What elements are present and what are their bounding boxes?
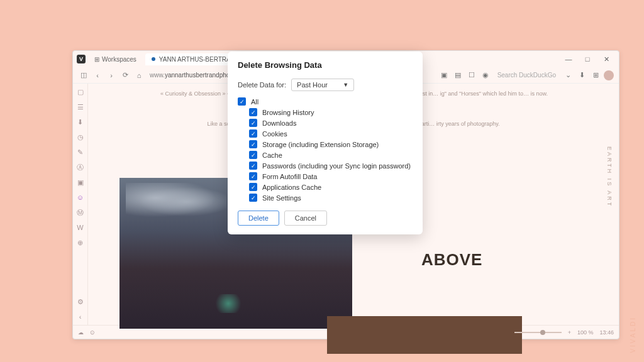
dialog-title: Delete Browsing Data	[238, 60, 413, 70]
collapse-panel-icon[interactable]: ‹	[76, 312, 85, 321]
dropdown-icon[interactable]: ⌄	[562, 70, 574, 81]
cancel-button[interactable]: Cancel	[284, 211, 327, 226]
notes-panel-icon[interactable]: ✎	[76, 148, 85, 156]
home-button[interactable]: ⌂	[133, 70, 145, 81]
vertical-heading: EARTH IS ART	[606, 146, 613, 207]
delete-browsing-data-dialog: Delete Browsing Data Delete Data for: Pa…	[228, 52, 423, 234]
checkbox-cache[interactable]: Cache	[249, 151, 413, 159]
checkbox-label: Applications Cache	[262, 184, 321, 191]
checkbox-box[interactable]	[249, 151, 257, 159]
block-icon[interactable]: ▣	[438, 70, 450, 81]
checkbox-storage[interactable]: Storage (including Extension Storage)	[249, 140, 413, 148]
checkbox-box[interactable]	[249, 108, 257, 116]
checkbox-box[interactable]	[249, 129, 257, 138]
translate-panel-icon[interactable]: Ⓐ	[76, 163, 85, 172]
close-window-button[interactable]: ✕	[597, 53, 615, 65]
reader-icon[interactable]: ▤	[452, 70, 464, 81]
forward-button[interactable]: ›	[106, 70, 117, 81]
clock-time: 13:46	[599, 329, 614, 336]
checkbox-label: Downloads	[262, 119, 296, 127]
zoom-thumb[interactable]	[540, 330, 545, 335]
feed-panel-icon[interactable]: Ⓜ	[76, 208, 85, 217]
downloads-panel-icon[interactable]: ⬇	[76, 118, 85, 126]
sync-status-icon[interactable]: ☁	[78, 329, 84, 336]
history-panel-icon[interactable]: ◷	[76, 133, 85, 141]
window-controls: — □ ✕	[560, 53, 615, 65]
checkbox-cookies[interactable]: Cookies	[249, 129, 413, 138]
maximize-button[interactable]: □	[579, 53, 596, 65]
checkbox-label: Site Settings	[262, 194, 301, 202]
add-panel-icon[interactable]: ⊕	[76, 238, 85, 247]
zoom-value: 100 %	[577, 329, 594, 336]
chevron-down-icon: ▼	[343, 82, 348, 88]
chat-panel-icon[interactable]: ☺	[76, 193, 85, 202]
workspaces-label: Workspaces	[102, 56, 136, 63]
checkbox-passwords[interactable]: Passwords (including your Sync login pas…	[249, 162, 413, 170]
checkbox-label: Cache	[262, 151, 282, 159]
download-icon[interactable]: ⬇	[576, 70, 587, 81]
vivaldi-logo[interactable]: V	[77, 55, 86, 63]
vivaldi-watermark: VIVALDI	[630, 316, 636, 353]
settings-icon[interactable]: ⚙	[76, 297, 85, 306]
checkbox-label: Passwords (including your Sync login pas…	[262, 162, 411, 170]
checkbox-label: Cookies	[262, 130, 287, 138]
checkbox-app-cache[interactable]: Applications Cache	[249, 183, 413, 191]
checkbox-all-label: All	[251, 98, 258, 106]
workspaces-button[interactable]: ⊞ Workspaces	[89, 55, 142, 64]
checkbox-box[interactable]	[249, 194, 257, 202]
extensions-icon[interactable]: ⊞	[590, 70, 601, 81]
back-button[interactable]: ‹	[92, 70, 103, 81]
select-value: Past Hour	[297, 81, 328, 89]
wiki-panel-icon[interactable]: W	[76, 223, 85, 232]
title-above: ABOVE	[421, 250, 482, 270]
checkbox-box[interactable]	[249, 140, 257, 148]
checkbox-box[interactable]	[249, 119, 257, 127]
checkbox-label: Form Autofill Data	[262, 173, 317, 180]
checkbox-label: Storage (including Extension Storage)	[262, 141, 379, 148]
time-range-select[interactable]: Past Hour ▼	[291, 79, 354, 91]
minimize-button[interactable]: —	[560, 53, 577, 65]
bookmarks-panel-icon[interactable]: ▢	[76, 87, 85, 96]
checkbox-all-box[interactable]	[238, 97, 246, 106]
reading-list-icon[interactable]: ☰	[76, 102, 85, 111]
search-engine-icon[interactable]: ◉	[480, 70, 491, 81]
reload-button[interactable]: ⟳	[119, 70, 131, 81]
favicon-dot	[152, 57, 155, 61]
delete-button[interactable]: Delete	[238, 211, 279, 226]
checkbox-autofill[interactable]: Form Autofill Data	[249, 172, 413, 180]
checkbox-box[interactable]	[249, 172, 257, 180]
checkbox-site-settings[interactable]: Site Settings	[249, 194, 413, 202]
checkbox-all[interactable]: All	[238, 97, 413, 106]
zoom-in-icon[interactable]: +	[568, 329, 571, 336]
profile-avatar[interactable]	[604, 70, 614, 80]
checkbox-label: Browsing History	[262, 109, 314, 116]
bookmark-icon[interactable]: ☐	[466, 70, 477, 81]
checkbox-downloads[interactable]: Downloads	[249, 119, 413, 127]
search-input[interactable]: Search DuckDuckGo	[494, 70, 560, 80]
window-panel-icon[interactable]: ▣	[76, 178, 85, 187]
checkbox-browsing-history[interactable]: Browsing History	[249, 108, 413, 116]
zoom-slider[interactable]	[514, 332, 562, 333]
status-indicator-icon[interactable]: ⊙	[90, 329, 95, 336]
checkbox-box[interactable]	[249, 183, 257, 191]
brown-photo-block	[327, 316, 522, 354]
workspaces-icon: ⊞	[94, 56, 99, 63]
checkbox-box[interactable]	[249, 162, 257, 170]
url-prefix: www.	[150, 72, 165, 79]
toolbar-right: ▣ ▤ ☐ ◉ Search DuckDuckGo ⌄ ⬇ ⊞	[438, 70, 614, 81]
panel-toggle-icon[interactable]: ◫	[78, 70, 89, 81]
delete-for-label: Delete Data for:	[238, 81, 286, 89]
sidebar: ▢ ☰ ⬇ ◷ ✎ Ⓐ ▣ ☺ Ⓜ W ⊕ ⚙ ‹	[73, 84, 88, 325]
